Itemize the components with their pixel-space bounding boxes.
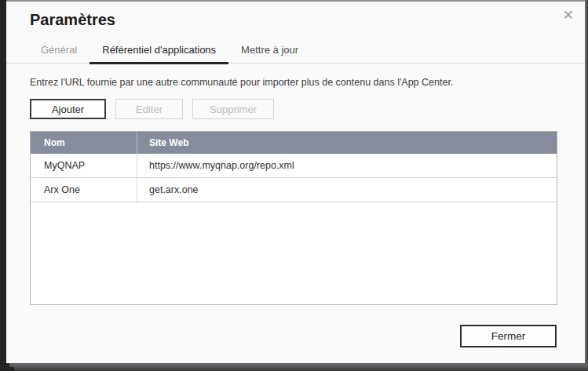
column-header-siteweb: Site Web — [137, 132, 557, 154]
close-icon[interactable]: ✕ — [563, 9, 574, 22]
close-dialog-button[interactable]: Fermer — [460, 325, 557, 347]
repo-table: Nom Site Web MyQNAP https://www.myqnap.o… — [30, 131, 557, 305]
add-button[interactable]: Ajouter — [30, 99, 106, 119]
tab-app-repository[interactable]: Référentiel d'applications — [89, 40, 228, 64]
description-text: Entrez l'URL fournie par une autre commu… — [30, 77, 561, 88]
delete-button[interactable]: Supprimer — [192, 99, 274, 119]
window-right-edge — [585, 0, 588, 371]
window-bottom-edge — [14, 364, 588, 371]
tab-bar: Général Référentiel d'applications Mettr… — [6, 40, 585, 64]
tab-general[interactable]: Général — [28, 40, 89, 64]
cell-repo-url: https://www.myqnap.org/repo.xml — [137, 154, 557, 177]
table-row[interactable]: Arx One get.arx.one — [31, 178, 557, 202]
toolbar: Ajouter Editer Supprimer — [30, 99, 557, 119]
cell-repo-url: get.arx.one — [137, 178, 557, 202]
table-row[interactable]: MyQNAP https://www.myqnap.org/repo.xml — [31, 154, 557, 178]
tab-update[interactable]: Mettre à jour — [228, 40, 311, 64]
column-header-name: Nom — [31, 137, 137, 148]
table-header: Nom Site Web — [31, 132, 557, 154]
settings-dialog: ✕ Paramètres Général Référentiel d'appli… — [6, 0, 585, 363]
cell-repo-name: Arx One — [31, 178, 137, 202]
edit-button[interactable]: Editer — [115, 99, 183, 119]
page-title: Paramètres — [30, 11, 585, 29]
empty-table-area — [31, 202, 557, 304]
dialog-footer: Fermer — [460, 325, 557, 347]
cell-repo-name: MyQNAP — [31, 154, 137, 177]
